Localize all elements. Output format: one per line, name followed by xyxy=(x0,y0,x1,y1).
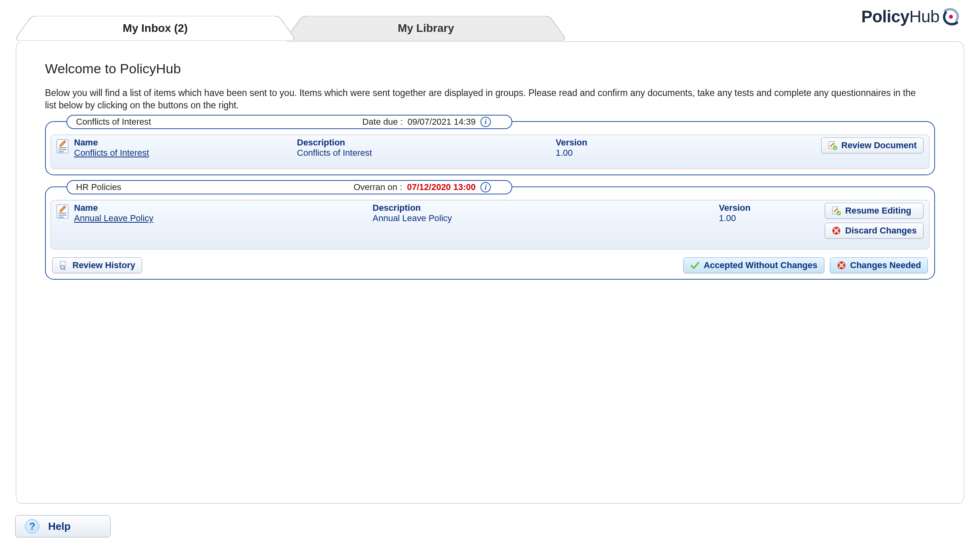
group-legend: Conflicts of Interest Date due : 09/07/2… xyxy=(66,115,512,129)
discard-changes-button[interactable]: Discard Changes xyxy=(825,223,923,239)
document-description: Annual Leave Policy xyxy=(373,213,719,224)
info-icon[interactable]: i xyxy=(480,117,491,127)
group-hr-policies: HR Policies Overran on : 07/12/2020 13:0… xyxy=(45,186,935,280)
review-history-button[interactable]: Review History xyxy=(52,257,142,273)
info-icon[interactable]: i xyxy=(480,182,491,192)
overran-value: 07/12/2020 13:00 xyxy=(407,182,476,192)
review-actions-row: Review History Accepted Without Changes xyxy=(51,257,929,273)
document-row: Name Conflicts of Interest Description C… xyxy=(51,135,929,169)
col-header-version: Version xyxy=(719,203,819,213)
group-title: HR Policies xyxy=(76,182,121,192)
resume-editing-icon xyxy=(832,206,841,216)
document-version: 1.00 xyxy=(719,213,819,224)
due-value: 09/07/2021 14:39 xyxy=(408,117,476,127)
group-conflicts-of-interest: Conflicts of Interest Date due : 09/07/2… xyxy=(45,121,935,175)
col-header-name: Name xyxy=(74,137,297,148)
help-button[interactable]: ? Help xyxy=(15,515,111,537)
svg-rect-7 xyxy=(57,205,68,218)
tab-my-library-label: My Library xyxy=(398,22,454,35)
main-panel: Welcome to PolicyHub Below you will find… xyxy=(16,41,964,504)
col-header-version: Version xyxy=(556,137,816,148)
document-version: 1.00 xyxy=(556,148,816,158)
discard-icon xyxy=(832,226,841,235)
changes-needed-button[interactable]: Changes Needed xyxy=(830,257,928,273)
review-document-label: Review Document xyxy=(841,140,917,151)
review-document-button[interactable]: Review Document xyxy=(821,137,924,153)
accepted-without-changes-button[interactable]: Accepted Without Changes xyxy=(683,257,824,273)
review-history-label: Review History xyxy=(72,260,135,271)
resume-editing-button[interactable]: Resume Editing xyxy=(825,203,923,219)
tab-my-inbox-label: My Inbox (2) xyxy=(123,22,187,35)
changes-needed-label: Changes Needed xyxy=(850,260,921,271)
tab-my-library[interactable]: My Library xyxy=(287,16,565,41)
intro-text: Below you will find a list of items whic… xyxy=(45,87,929,112)
discard-changes-label: Discard Changes xyxy=(845,225,917,236)
page-title: Welcome to PolicyHub xyxy=(45,61,935,76)
group-title: Conflicts of Interest xyxy=(76,117,151,127)
changes-needed-icon xyxy=(837,261,846,270)
help-label: Help xyxy=(48,520,70,533)
help-icon: ? xyxy=(25,519,39,533)
svg-rect-1 xyxy=(57,139,68,153)
document-description: Conflicts of Interest xyxy=(297,148,556,158)
document-icon xyxy=(57,204,68,219)
accepted-without-changes-label: Accepted Without Changes xyxy=(704,260,818,271)
tab-my-inbox[interactable]: My Inbox (2) xyxy=(16,16,295,41)
document-row: Name Annual Leave Policy Description Ann… xyxy=(51,200,929,249)
history-icon xyxy=(59,261,68,270)
col-header-description: Description xyxy=(373,203,719,213)
review-document-icon xyxy=(828,141,837,150)
document-name-link[interactable]: Conflicts of Interest xyxy=(74,148,297,158)
due-label: Date due : xyxy=(362,117,403,127)
group-legend: HR Policies Overran on : 07/12/2020 13:0… xyxy=(66,180,512,194)
check-icon xyxy=(690,261,700,270)
svg-line-16 xyxy=(64,269,66,270)
tab-bar: My Library My Inbox (2) xyxy=(16,16,964,41)
col-header-name: Name xyxy=(74,203,373,213)
overran-label: Overran on : xyxy=(353,182,402,192)
resume-editing-label: Resume Editing xyxy=(845,206,911,216)
col-header-description: Description xyxy=(297,137,556,148)
document-icon xyxy=(57,139,68,153)
document-name-link[interactable]: Annual Leave Policy xyxy=(74,213,373,224)
